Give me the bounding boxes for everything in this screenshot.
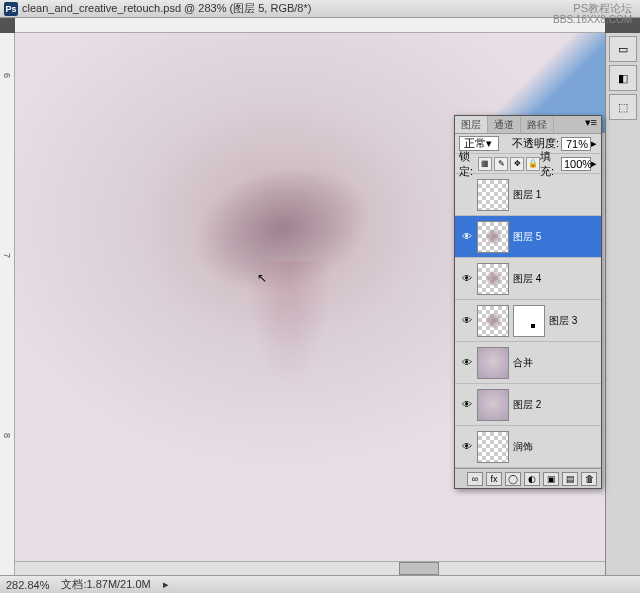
layer-name[interactable]: 图层 1 <box>513 188 541 202</box>
fx-icon[interactable]: fx <box>486 472 502 486</box>
layer-row[interactable]: 👁 图层 5 <box>455 216 601 258</box>
document-title: clean_and_creative_retouch.psd @ 283% (图… <box>22 1 311 16</box>
lock-all-icon[interactable]: 🔒 <box>526 157 540 171</box>
link-layers-icon[interactable]: ∞ <box>467 472 483 486</box>
layer-row[interactable]: 👁 图层 3 <box>455 300 601 342</box>
tab-paths[interactable]: 路径 <box>521 116 554 133</box>
panel-menu-icon[interactable]: ▾≡ <box>581 116 601 133</box>
group-icon[interactable]: ▣ <box>543 472 559 486</box>
layer-row[interactable]: 图层 1 <box>455 174 601 216</box>
layer-thumbnail[interactable] <box>477 305 509 337</box>
dropdown-icon[interactable]: ▸ <box>591 137 597 150</box>
layer-thumbnail[interactable] <box>477 347 509 379</box>
panel-tabs: 图层 通道 路径 ▾≡ <box>455 116 601 134</box>
layer-thumbnail[interactable] <box>477 389 509 421</box>
panel-footer: ∞ fx ◯ ◐ ▣ ▤ 🗑 <box>455 468 601 488</box>
watermark-line1: PS教程论坛 <box>553 2 632 14</box>
cursor-icon: ↖ <box>257 271 267 285</box>
right-toolbar: ▭ ◧ ⬚ <box>605 33 640 575</box>
detail-region <box>239 261 339 411</box>
ps-icon: Ps <box>4 2 18 16</box>
ruler-vertical[interactable]: 6 7 8 <box>0 33 15 575</box>
layer-row[interactable]: 👁 润饰 <box>455 426 601 468</box>
statusbar: 282.84% 文档:1.87M/21.0M ▸ <box>0 575 640 593</box>
visibility-icon[interactable]: 👁 <box>460 272 474 286</box>
layer-name[interactable]: 润饰 <box>513 440 533 454</box>
layer-name[interactable]: 合并 <box>513 356 533 370</box>
ruler-horizontal[interactable] <box>15 18 605 33</box>
ruler-tick: 6 <box>2 73 12 78</box>
scrollbar-thumb[interactable] <box>399 562 439 575</box>
lock-paint-icon[interactable]: ✎ <box>494 157 508 171</box>
layer-row[interactable]: 👁 图层 4 <box>455 258 601 300</box>
lock-label: 锁定: <box>459 149 478 179</box>
ruler-tick: 8 <box>2 433 12 438</box>
status-dropdown-icon[interactable]: ▸ <box>163 578 169 591</box>
titlebar: Ps clean_and_creative_retouch.psd @ 283%… <box>0 0 640 18</box>
visibility-icon[interactable] <box>460 188 474 202</box>
layer-row[interactable]: 👁 图层 2 <box>455 384 601 426</box>
tool-button[interactable]: ▭ <box>609 36 637 62</box>
layer-row[interactable]: 👁 合并 <box>455 342 601 384</box>
layer-info-text: (图层 5, RGB/8*) <box>230 2 312 14</box>
tool-button[interactable]: ◧ <box>609 65 637 91</box>
lock-fill-row: 锁定: ▦ ✎ ✥ 🔒 填充: 100%▸ <box>455 154 601 174</box>
mask-icon[interactable]: ◯ <box>505 472 521 486</box>
layer-thumbnail[interactable] <box>477 431 509 463</box>
layer-name[interactable]: 图层 5 <box>513 230 541 244</box>
tab-layers[interactable]: 图层 <box>455 116 488 133</box>
tab-channels[interactable]: 通道 <box>488 116 521 133</box>
fill-value[interactable]: 100% <box>561 157 591 171</box>
layer-thumbnail[interactable] <box>477 179 509 211</box>
lock-icons: ▦ ✎ ✥ 🔒 <box>478 157 540 171</box>
new-layer-icon[interactable]: ▤ <box>562 472 578 486</box>
scrollbar-horizontal[interactable] <box>15 561 605 575</box>
fill-label: 填充: <box>540 149 559 179</box>
filename-text: clean_and_creative_retouch.psd <box>22 2 181 14</box>
visibility-icon[interactable]: 👁 <box>460 356 474 370</box>
status-zoom[interactable]: 282.84% <box>6 579 49 591</box>
layers-panel: 图层 通道 路径 ▾≡ 正常 ▾ 不透明度: 71%▸ 锁定: ▦ ✎ ✥ 🔒 … <box>454 115 602 489</box>
status-doc: 文档:1.87M/21.0M <box>61 577 150 592</box>
zoom-text: 283% <box>198 2 226 14</box>
dropdown-icon[interactable]: ▸ <box>591 157 597 170</box>
layer-thumbnail[interactable] <box>477 263 509 295</box>
visibility-icon[interactable]: 👁 <box>460 440 474 454</box>
visibility-icon[interactable]: 👁 <box>460 398 474 412</box>
tool-button[interactable]: ⬚ <box>609 94 637 120</box>
watermark-line2: BBS.16XX8.COM <box>553 14 632 25</box>
layer-name[interactable]: 图层 3 <box>549 314 577 328</box>
ruler-tick: 7 <box>2 253 12 258</box>
watermark: PS教程论坛 BBS.16XX8.COM <box>553 2 632 25</box>
layer-list: 图层 1 👁 图层 5 👁 图层 4 👁 图层 3 👁 合并 👁 图层 2 <box>455 174 601 468</box>
trash-icon[interactable]: 🗑 <box>581 472 597 486</box>
layer-thumbnail[interactable] <box>477 221 509 253</box>
layer-name[interactable]: 图层 2 <box>513 398 541 412</box>
visibility-icon[interactable]: 👁 <box>460 230 474 244</box>
layer-mask[interactable] <box>513 305 545 337</box>
layer-name[interactable]: 图层 4 <box>513 272 541 286</box>
adjustment-icon[interactable]: ◐ <box>524 472 540 486</box>
lock-transparency-icon[interactable]: ▦ <box>478 157 492 171</box>
lock-position-icon[interactable]: ✥ <box>510 157 524 171</box>
opacity-value[interactable]: 71% <box>561 137 591 151</box>
visibility-icon[interactable]: 👁 <box>460 314 474 328</box>
